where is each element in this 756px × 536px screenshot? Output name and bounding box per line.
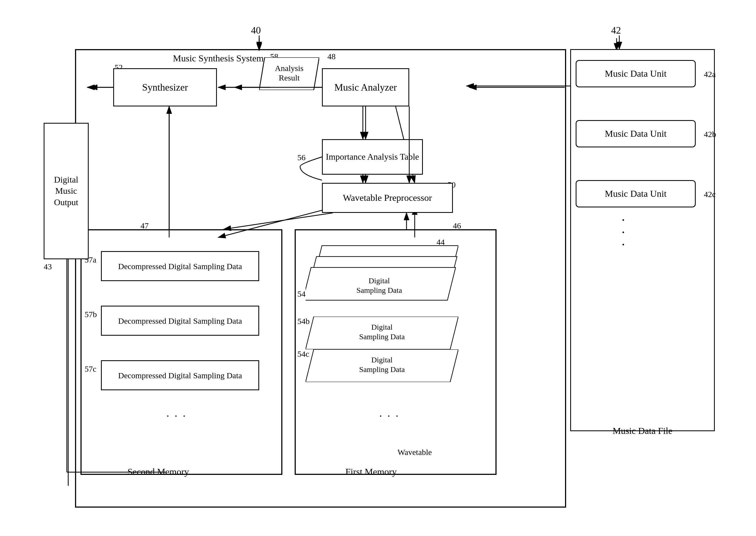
music-data-unit-2: Music Data Unit — [576, 120, 696, 148]
ref-43: 43 — [44, 262, 52, 271]
second-memory-label: Second Memory — [117, 467, 199, 477]
ref-57b: 57b — [84, 310, 97, 319]
synthesizer-box: Synthesizer — [113, 68, 217, 106]
wavetable-preprocessor-box: Wavetable Preprocessor — [322, 183, 453, 213]
first-memory-label: First Memory — [330, 467, 412, 477]
decompressed-1-box: Decompressed Digital Sampling Data — [101, 251, 259, 281]
music-data-unit-3: Music Data Unit — [576, 180, 696, 207]
svg-text:Sampling Data: Sampling Data — [359, 332, 405, 341]
music-data-file-outer — [570, 49, 715, 431]
digital-music-output-box: Digital Music Output — [44, 123, 89, 259]
second-memory-dots: . . . — [167, 407, 187, 419]
ref-42c: 42c — [704, 190, 716, 199]
ref-56: 56 — [298, 153, 305, 162]
decompressed-3-box: Decompressed Digital Sampling Data — [101, 360, 259, 390]
svg-text:Digital: Digital — [368, 277, 390, 285]
digital-sampling-3: Digital Sampling Data — [305, 349, 458, 383]
ref-42: 42 — [611, 24, 621, 36]
importance-analysis-table-box: Importance Analysis Table — [322, 139, 423, 175]
digital-sampling-1: Digital Sampling Data — [305, 243, 458, 312]
music-synthesis-label: Music Synthesis System — [164, 53, 273, 64]
wavetable-label: Wavetable — [374, 448, 456, 457]
first-memory-dots: . . . — [379, 407, 400, 419]
analysis-result-box: Analysis Result — [259, 57, 319, 90]
svg-text:Result: Result — [279, 73, 300, 82]
ref-42b: 42b — [704, 130, 716, 139]
diagram-container: 40 42 Music Synthesis System 52 Synthesi… — [33, 22, 723, 524]
svg-text:Sampling Data: Sampling Data — [359, 365, 405, 374]
digital-sampling-2: Digital Sampling Data — [305, 317, 458, 351]
music-data-unit-1: Music Data Unit — [576, 60, 696, 87]
music-analyzer-box: Music Analyzer — [322, 68, 409, 106]
ref-42a: 42a — [704, 70, 716, 79]
ref-48: 48 — [328, 52, 335, 61]
mdf-dots: . . . — [619, 218, 635, 249]
svg-text:Digital: Digital — [371, 323, 393, 331]
ref-46: 46 — [453, 221, 461, 230]
music-data-file-label: Music Data File — [573, 426, 712, 436]
ref-47: 47 — [141, 221, 149, 230]
svg-text:Digital: Digital — [371, 355, 393, 364]
svg-text:Sampling Data: Sampling Data — [356, 286, 402, 294]
ref-40: 40 — [251, 24, 261, 36]
decompressed-2-box: Decompressed Digital Sampling Data — [101, 306, 259, 336]
ref-57c: 57c — [84, 364, 96, 374]
svg-text:Analysis: Analysis — [275, 64, 304, 73]
